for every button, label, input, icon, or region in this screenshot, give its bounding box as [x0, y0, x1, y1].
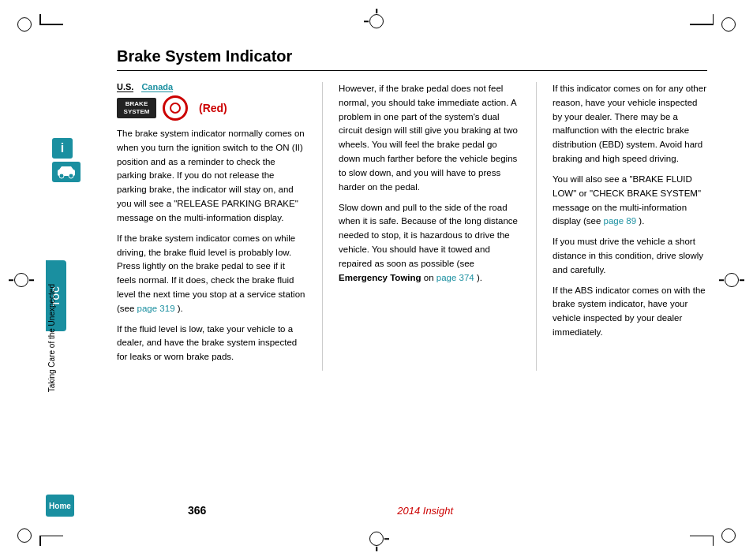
brake-badge-line1: BRAKE	[121, 100, 152, 108]
footer: 366 2014 Insight	[188, 501, 707, 517]
crosshair-top	[369, 14, 384, 28]
corner-mark-br	[721, 528, 736, 543]
red-circle-indicator	[163, 95, 188, 121]
bracket-tl-v	[39, 14, 41, 24]
column-2: However, if the brake pedal does not fee…	[339, 82, 520, 371]
info-icon: i	[52, 138, 73, 159]
bracket-bl-h	[39, 536, 63, 537]
col3-para2: You will also see a "BRAKE FLUID LOW" or…	[553, 173, 707, 229]
bracket-tr-h	[690, 24, 714, 25]
col1-para3: If the fluid level is low, take your veh…	[117, 323, 306, 364]
car-icon	[52, 162, 81, 182]
bracket-br-v	[713, 536, 714, 546]
main-content: i Brake System Indicator U.S.	[46, 47, 707, 517]
svg-point-2	[59, 174, 64, 178]
col-divider-2	[536, 82, 537, 371]
us-label: U.S.	[117, 82, 133, 92]
info-icon-text: i	[61, 141, 64, 155]
link-page89[interactable]: page 89	[604, 216, 637, 226]
link-page374[interactable]: page 374	[436, 273, 474, 282]
crosshair-left	[14, 273, 28, 287]
left-sidebar: i	[46, 47, 87, 517]
link-page319[interactable]: page 319	[137, 304, 175, 313]
col1-para1: The brake system indicator normally come…	[117, 127, 306, 226]
col-divider-1	[322, 82, 323, 371]
crosshair-right	[725, 273, 739, 287]
emergency-towing-bold: Emergency Towing	[339, 273, 421, 282]
indicator-row: BRAKE SYSTEM (Red)	[117, 95, 306, 121]
col3-para1: If this indicator comes on for any other…	[553, 82, 707, 166]
bracket-bl-v	[39, 536, 41, 546]
column-3: If this indicator comes on for any other…	[553, 82, 707, 371]
bracket-tl-h	[39, 24, 63, 25]
corner-mark-bl	[17, 528, 32, 543]
brake-badge: BRAKE SYSTEM	[117, 98, 156, 118]
content-columns: U.S. Canada BRAKE SYSTEM (Red) The brake…	[117, 82, 707, 371]
red-circle-inner	[170, 103, 181, 114]
doc-title: 2014 Insight	[397, 505, 453, 517]
crosshair-bottom	[369, 532, 384, 546]
col1-para2: If the brake system indicator comes on w…	[117, 232, 306, 316]
brake-badge-line2: SYSTEM	[121, 108, 152, 116]
country-row: U.S. Canada	[117, 82, 306, 92]
column-1: U.S. Canada BRAKE SYSTEM (Red) The brake…	[117, 82, 306, 371]
col2-para2: Slow down and pull to the side of the ro…	[339, 201, 520, 286]
page-title: Brake System Indicator	[117, 47, 707, 71]
col3-para4: If the ABS indicator comes on with the b…	[553, 284, 707, 340]
col3-para3: If you must drive the vehicle a short di…	[553, 235, 707, 277]
page-number: 366	[188, 504, 206, 517]
svg-marker-1	[59, 166, 73, 170]
bracket-br-h	[690, 536, 714, 537]
svg-point-3	[69, 174, 73, 178]
col2-para1: However, if the brake pedal does not fee…	[339, 82, 520, 195]
corner-mark-tl	[17, 17, 32, 32]
bracket-tr-v	[713, 14, 714, 24]
corner-mark-tr	[721, 17, 736, 32]
content-area: Brake System Indicator U.S. Canada BRAKE…	[117, 47, 707, 517]
canada-label: Canada	[141, 82, 173, 92]
car-svg	[55, 165, 77, 179]
red-label: (Red)	[199, 102, 227, 114]
